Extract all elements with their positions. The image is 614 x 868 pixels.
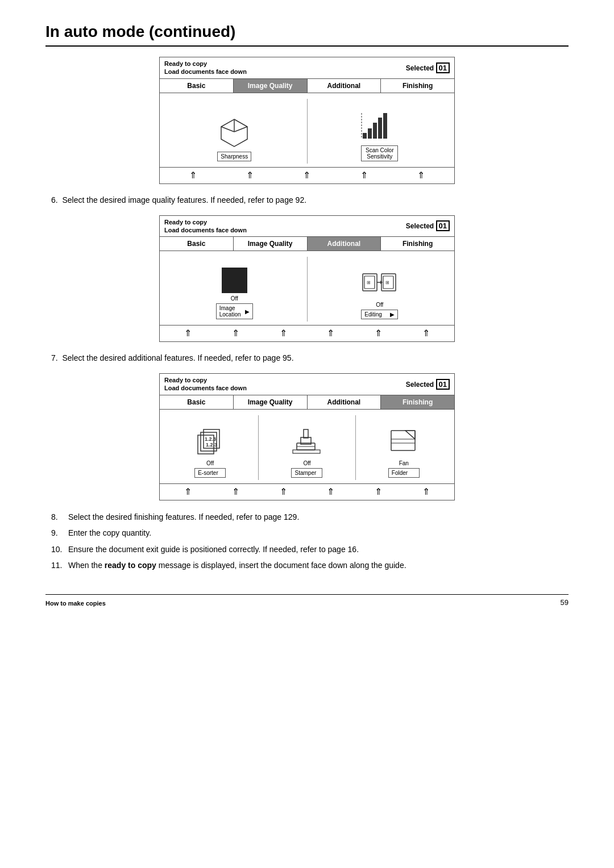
panel3-tab-finishing[interactable]: Finishing	[381, 395, 454, 409]
panel3-footer-arrow-3[interactable]: ⇑	[280, 486, 287, 497]
panel2-footer-arrow-4[interactable]: ⇑	[327, 328, 334, 339]
panel3-footer-arrow-5[interactable]: ⇑	[375, 486, 382, 497]
panel3-status-line1: Ready to copy	[164, 377, 207, 383]
panel2-footer: ⇑ ⇑ ⇑ ⇑ ⇑ ⇑	[160, 325, 454, 341]
svg-rect-4	[363, 133, 367, 139]
panel1-status-line2: Load documents face down	[164, 68, 247, 75]
panel3-divider1	[258, 415, 259, 480]
panel3-divider2	[355, 415, 356, 480]
svg-text:⊞: ⊞	[367, 280, 371, 285]
panel2-tab-image-quality[interactable]: Image Quality	[234, 237, 308, 251]
panel-finishing: Ready to copy Load documents face down S…	[159, 373, 455, 500]
panel3-tab-additional[interactable]: Additional	[308, 395, 381, 409]
stamper-button[interactable]: Stamper	[291, 468, 322, 478]
footer-arrow-1[interactable]: ⇑	[189, 170, 197, 181]
panel3-footer-arrow-2[interactable]: ⇑	[232, 486, 239, 497]
panel3-tab-image-quality[interactable]: Image Quality	[234, 395, 308, 409]
stamper-off-label: Off	[303, 460, 310, 466]
panel3-tabs: Basic Image Quality Additional Finishing	[160, 395, 454, 410]
step-10-text: Ensure the document exit guide is positi…	[68, 543, 569, 556]
cube-icon	[219, 116, 250, 149]
panel2-tabs: Basic Image Quality Additional Finishing	[160, 237, 454, 251]
panel3-selected: Selected 01	[406, 379, 450, 390]
panel3-section-stamper: Off Stamper	[261, 415, 352, 480]
svg-line-3	[221, 127, 234, 132]
panel2-section-editing: ⊞ ⊞ Off Editing ▶	[310, 257, 450, 322]
panel1-tabs: Basic Image Quality Additional Finishing	[160, 79, 454, 93]
svg-text:1.2.3: 1.2.3	[205, 436, 216, 442]
panel3-status-line2: Load documents face down	[164, 385, 247, 391]
panel3-footer-arrow-1[interactable]: ⇑	[184, 486, 192, 497]
panel3-tab-basic[interactable]: Basic	[160, 395, 234, 409]
footer-page-number: 59	[561, 598, 569, 607]
editing-off-label: Off	[376, 302, 383, 308]
step-9-text: Enter the copy quantity.	[68, 527, 569, 539]
panel3-body: 1.2.3 1.2.3 Off E-sorter	[160, 410, 454, 483]
svg-rect-5	[368, 128, 372, 139]
svg-line-2	[234, 127, 247, 132]
step-9-num: 9.	[51, 527, 64, 539]
sharpness-button[interactable]: Sharpness	[217, 152, 251, 161]
panel2-header: Ready to copy Load documents face down S…	[160, 216, 454, 237]
panel2-footer-arrow-1[interactable]: ⇑	[184, 328, 192, 339]
svg-rect-6	[373, 123, 377, 139]
footer-arrow-2[interactable]: ⇑	[246, 170, 254, 181]
step-10-num: 10.	[51, 543, 64, 556]
panel3-section-esorter: 1.2.3 1.2.3 Off E-sorter	[164, 415, 256, 480]
tab-basic[interactable]: Basic	[160, 79, 234, 93]
page-title: In auto mode (continued)	[45, 23, 569, 47]
panel2-section-image-location: Off ImageLocation ▶	[164, 257, 305, 322]
folder-button[interactable]: Folder	[388, 468, 420, 478]
scan-color-sensitivity-button[interactable]: Scan Color Sensitivity	[361, 145, 398, 161]
svg-rect-25	[304, 429, 308, 438]
panel1-body: Sharpness Scan Color Sensitivi	[160, 93, 454, 167]
panel2-status-line1: Ready to copy	[164, 219, 207, 226]
image-location-button[interactable]: ImageLocation ▶	[216, 303, 253, 319]
tab-image-quality[interactable]: Image Quality	[234, 79, 308, 93]
panel2-tab-additional[interactable]: Additional	[308, 237, 381, 251]
esorter-button[interactable]: E-sorter	[194, 468, 226, 478]
svg-marker-32	[405, 431, 415, 439]
footer-label: How to make copies	[45, 600, 106, 607]
step-7-text: Select the desired additional features. …	[62, 353, 293, 362]
step-9: 9. Enter the copy quantity.	[45, 527, 569, 539]
panel2-tab-finishing[interactable]: Finishing	[381, 237, 454, 251]
panel3-header: Ready to copy Load documents face down S…	[160, 374, 454, 395]
panel2-selected: Selected 01	[406, 220, 450, 231]
panel2-footer-arrow-2[interactable]: ⇑	[232, 328, 239, 339]
image-location-off-label: Off	[231, 295, 238, 302]
folder-fan-label: Fan	[399, 460, 409, 466]
panel-additional: Ready to copy Load documents face down S…	[159, 215, 455, 343]
editing-button[interactable]: Editing ▶	[361, 310, 398, 319]
svg-text:1.2.3: 1.2.3	[206, 442, 217, 448]
step-7-num: 7.	[51, 353, 58, 362]
svg-rect-8	[383, 113, 387, 139]
stamper-icon	[291, 425, 322, 458]
panel1-section-sharpness: Sharpness	[164, 99, 305, 164]
tab-finishing[interactable]: Finishing	[381, 79, 454, 93]
step-11: 11. When the ready to copy message is di…	[45, 559, 569, 571]
panel2-footer-arrow-5[interactable]: ⇑	[375, 328, 382, 339]
svg-rect-7	[378, 118, 382, 139]
panel3-section-folder: Fan Folder	[358, 415, 450, 480]
panel2-body: Off ImageLocation ▶ ⊞ ⊞	[160, 251, 454, 325]
footer-bar: How to make copies 59	[45, 594, 569, 607]
folder-icon	[388, 425, 420, 458]
panel2-tab-basic[interactable]: Basic	[160, 237, 234, 251]
panel1-status-line1: Ready to copy	[164, 60, 207, 67]
tab-additional[interactable]: Additional	[308, 79, 381, 93]
steps-list: 8. Select the desired finishing features…	[45, 511, 569, 572]
panel3-footer: ⇑ ⇑ ⇑ ⇑ ⇑ ⇑	[160, 483, 454, 500]
panel2-footer-arrow-3[interactable]: ⇑	[280, 328, 287, 339]
panel1-divider	[307, 99, 308, 164]
step-10: 10. Ensure the document exit guide is po…	[45, 543, 569, 556]
footer-arrow-4[interactable]: ⇑	[360, 170, 368, 181]
footer-arrow-5[interactable]: ⇑	[417, 170, 425, 181]
footer-arrow-3[interactable]: ⇑	[303, 170, 310, 181]
panel3-footer-arrow-6[interactable]: ⇑	[422, 486, 430, 497]
panel1-selected: Selected 01	[406, 62, 450, 73]
panel3-footer-arrow-4[interactable]: ⇑	[327, 486, 334, 497]
svg-text:⊞: ⊞	[385, 280, 389, 285]
panel2-footer-arrow-6[interactable]: ⇑	[422, 328, 430, 339]
step-11-num: 11.	[51, 559, 64, 571]
